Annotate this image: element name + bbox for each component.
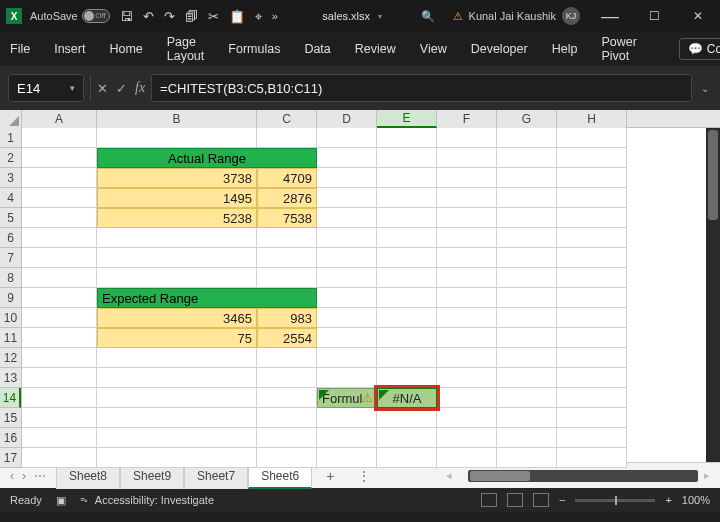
horizontal-scrollbar[interactable] [468,470,698,482]
row-header-12[interactable]: 12 [0,348,21,368]
column-header-F[interactable]: F [437,110,497,128]
sheet-nav-next-icon[interactable]: › [22,469,26,483]
row-header-4[interactable]: 4 [0,188,21,208]
tab-data[interactable]: Data [302,38,332,60]
tab-power-pivot[interactable]: Power Pivot [599,31,638,67]
avatar[interactable]: KJ [562,7,580,25]
cell-E14[interactable]: #N/A [377,388,437,408]
row-header-3[interactable]: 3 [0,168,21,188]
cell-C10[interactable]: 983 [257,308,317,328]
maximize-button[interactable]: ☐ [632,0,676,32]
cell-C4[interactable]: 2876 [257,188,317,208]
cancel-formula-icon[interactable]: ✕ [97,81,108,96]
tab-file[interactable]: File [8,38,32,60]
column-header-G[interactable]: G [497,110,557,128]
fx-icon[interactable]: fx [135,80,145,96]
touch-icon[interactable]: ⌖ [255,10,262,23]
cell-B3[interactable]: 3738 [97,168,257,188]
cell-B11[interactable]: 75 [97,328,257,348]
column-header-E[interactable]: E [377,110,437,128]
cells-area[interactable]: Actual Range373847091495287652387538Expe… [22,128,706,462]
formula-input[interactable]: =CHITEST(B3:C5,B10:C11) [151,74,692,102]
account-area[interactable]: ⚠ Kunal Jai Kaushik KJ [453,7,580,25]
row-header-6[interactable]: 6 [0,228,21,248]
view-page-layout-icon[interactable] [507,493,523,507]
row-header-8[interactable]: 8 [0,268,21,288]
zoom-level[interactable]: 100% [682,494,710,506]
vertical-scroll-thumb[interactable] [708,130,718,220]
save-icon[interactable]: 🖫 [120,10,133,23]
tab-view[interactable]: View [418,38,449,60]
search-icon[interactable]: 🔍 [421,10,435,23]
zoom-slider[interactable] [575,499,655,502]
cell-B4[interactable]: 1495 [97,188,257,208]
cell-C11[interactable]: 2554 [257,328,317,348]
close-button[interactable]: ✕ [676,0,720,32]
column-header-A[interactable]: A [22,110,97,128]
row-header-1[interactable]: 1 [0,128,21,148]
horizontal-scroll-thumb[interactable] [470,471,530,481]
cell-B9[interactable]: Expected Range [97,288,317,308]
zoom-out-icon[interactable]: − [559,494,565,506]
undo-icon[interactable]: ↶ [143,10,154,23]
column-header-C[interactable]: C [257,110,317,128]
quick-access-toolbar: 🖫 ↶ ↷ 🗐 ✂ 📋 ⌖ » [120,10,278,23]
tab-help[interactable]: Help [550,38,580,60]
tab-home[interactable]: Home [107,38,144,60]
row-header-16[interactable]: 16 [0,428,21,448]
name-box[interactable]: E14 ▾ [8,74,84,102]
enter-formula-icon[interactable]: ✓ [116,81,127,96]
row-header-14[interactable]: 14 [0,388,21,408]
minimize-button[interactable]: — [588,0,632,32]
column-header-D[interactable]: D [317,110,377,128]
cell-B5[interactable]: 5238 [97,208,257,228]
cell-C5[interactable]: 7538 [257,208,317,228]
row-header-17[interactable]: 17 [0,448,21,468]
sheet-nav-more-icon[interactable]: ⋯ [34,469,46,483]
tab-developer[interactable]: Developer [469,38,530,60]
tab-insert[interactable]: Insert [52,38,87,60]
zoom-in-icon[interactable]: + [665,494,671,506]
add-sheet-button[interactable]: + [312,468,348,484]
vertical-scrollbar[interactable] [706,128,720,462]
column-header-H[interactable]: H [557,110,627,128]
view-page-break-icon[interactable] [533,493,549,507]
comment-icon: 💬 [688,42,703,56]
hscroll-left-icon[interactable]: ◂ [446,469,452,482]
row-header-9[interactable]: 9 [0,288,21,308]
redo-icon[interactable]: ↷ [164,10,175,23]
chevron-down-icon[interactable]: ▾ [70,83,75,93]
row-header-15[interactable]: 15 [0,408,21,428]
hscroll-right-icon[interactable]: ▸ [704,469,710,482]
row-header-13[interactable]: 13 [0,368,21,388]
autosave-toggle[interactable]: AutoSave Off [30,9,110,23]
view-normal-icon[interactable] [481,493,497,507]
tab-review[interactable]: Review [353,38,398,60]
cell-C3[interactable]: 4709 [257,168,317,188]
overflow-icon[interactable]: » [272,11,278,22]
tab-page-layout[interactable]: Page Layout [165,31,207,67]
macro-record-icon[interactable]: ▣ [56,494,66,507]
row-header-5[interactable]: 5 [0,208,21,228]
cell-B10[interactable]: 3465 [97,308,257,328]
filename-dropdown-icon[interactable]: ▾ [378,12,382,21]
clipboard-icon[interactable]: 🗐 [185,10,198,23]
cut-icon[interactable]: ✂ [208,10,219,23]
accessibility-status[interactable]: ᯓAccessibility: Investigate [80,494,214,506]
cell-B2[interactable]: Actual Range [97,148,317,168]
row-header-11[interactable]: 11 [0,328,21,348]
autosave-switch[interactable]: Off [82,9,110,23]
warning-icon: ⚠ [453,10,463,23]
sheet-nav-prev-icon[interactable]: ‹ [10,469,14,483]
comments-button[interactable]: 💬 Comments [679,38,720,60]
row-header-10[interactable]: 10 [0,308,21,328]
cell-D14[interactable]: Formul⚠ [317,388,377,408]
expand-formula-bar-icon[interactable]: ⌄ [698,83,712,94]
row-header-7[interactable]: 7 [0,248,21,268]
row-header-2[interactable]: 2 [0,148,21,168]
paste-icon[interactable]: 📋 [229,10,245,23]
select-all-corner[interactable] [0,110,22,128]
worksheet-grid[interactable]: ABCDEFGH 1234567891011121314151617 Actua… [0,110,720,462]
column-header-B[interactable]: B [97,110,257,128]
tab-formulas[interactable]: Formulas [226,38,282,60]
